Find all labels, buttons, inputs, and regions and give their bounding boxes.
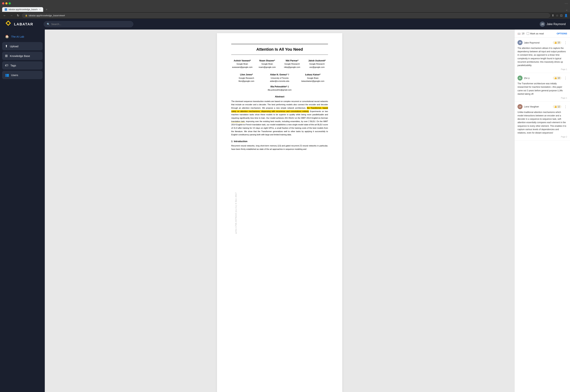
profile-icon[interactable]: 👤 <box>564 14 568 17</box>
comments-count: 📖 18 <box>517 32 525 35</box>
options-button[interactable]: OPTIONS <box>556 32 567 35</box>
sidebar-item-home[interactable]: 🏠 The AI Lab <box>2 32 43 41</box>
address-input[interactable]: 🔒 labatar.app/knowledge_base/view# <box>22 13 550 18</box>
commenter-name-3: Lana Vaughan <box>524 105 539 108</box>
avatar-lana: LV <box>517 104 523 109</box>
logo-area: LABATAR <box>4 20 40 28</box>
abstract-title: Abstract <box>231 95 328 98</box>
sidebar-item-knowledge-base[interactable]: ⊞ Knowledge Base <box>2 52 43 60</box>
sidebar-item-tags[interactable]: 🏷 Tags <box>2 61 43 70</box>
author-6: Aidan N. Gomez* † University of Toronto … <box>264 73 295 83</box>
comment-text-2: The Transformer architecture was initial… <box>517 82 567 96</box>
search-icon: 🔍 <box>47 23 50 26</box>
tab-favicon <box>5 8 7 11</box>
paper-watermark: arXiv:1706.03762v5 [cs.CL] 6 Dec 2017 <box>235 192 237 234</box>
thumb-up-icon: 👍 <box>554 41 557 44</box>
address-actions: ⬆ ☆ ⊡ 👤 <box>552 14 568 17</box>
browser-titlebar: ⋯ <box>0 0 570 7</box>
likes-count-1: 15 <box>558 41 560 44</box>
home-icon: 🏠 <box>5 35 9 39</box>
sidebar: 🏠 The AI Lab ⬆ Upload ⊞ Knowledge Base 🏷… <box>0 29 45 392</box>
logo-icon <box>4 20 12 28</box>
comment-more-3[interactable]: ⋮ <box>564 105 567 109</box>
minimize-button[interactable] <box>5 2 8 4</box>
commenter-name-2: Zhi Li <box>524 77 530 80</box>
address-bar: ← → ↻ 🔒 labatar.app/knowledge_base/view#… <box>0 12 570 19</box>
knowledge-base-icon: ⊞ <box>5 54 8 58</box>
window-controls-icon: ⋯ <box>565 1 568 5</box>
search-placeholder: Search... <box>51 23 61 26</box>
sidebar-kb-label: Knowledge Base <box>10 55 30 57</box>
comment-likes-3[interactable]: 👍 12 <box>553 105 561 108</box>
new-tab-button[interactable]: + <box>44 7 49 12</box>
mark-as-read-checkbox[interactable] <box>527 32 529 35</box>
comment-meta-2: ZL Zhi Li 👍 10 ⋮ <box>517 76 567 81</box>
abstract-text: The dominant sequence transduction model… <box>231 100 328 137</box>
tab-bar: labatar.app/knowledge_base/v ✕ + ⌄ <box>0 7 570 12</box>
tab-close-button[interactable]: ✕ <box>39 8 41 11</box>
sidebar-home-label: The AI Lab <box>11 35 24 38</box>
forward-button[interactable]: → <box>9 14 14 17</box>
comment-likes-1[interactable]: 👍 15 <box>553 41 561 44</box>
reload-button[interactable]: ↻ <box>16 14 20 17</box>
paper-title: Attention Is All You Need <box>231 47 328 52</box>
document-viewer: arXiv:1706.03762v5 [cs.CL] 6 Dec 2017 At… <box>45 29 514 392</box>
user-name: Jake Raymond <box>547 23 566 26</box>
logo-text: LABATAR <box>14 22 33 26</box>
paper: arXiv:1706.03762v5 [cs.CL] 6 Dec 2017 At… <box>217 33 342 392</box>
underlined-text: translation task <box>231 120 245 122</box>
search-bar[interactable]: 🔍 Search... <box>44 21 133 27</box>
paper-rule-top <box>231 44 328 44</box>
reader-mode-icon[interactable]: ⊡ <box>560 14 562 17</box>
avatar-zhi: ZL <box>517 76 523 81</box>
tab-title: labatar.app/knowledge_base/v <box>9 8 38 11</box>
active-tab[interactable]: labatar.app/knowledge_base/v ✕ <box>2 7 43 12</box>
comment-more-2[interactable]: ⋮ <box>564 76 567 80</box>
close-button[interactable] <box>2 2 4 4</box>
browser-chrome: ⋯ labatar.app/knowledge_base/v ✕ + ⌄ ← →… <box>0 0 570 19</box>
mark-as-read-area[interactable]: Mark as read <box>527 32 544 35</box>
maximize-button[interactable] <box>9 2 11 4</box>
likes-count-3: 12 <box>558 105 560 108</box>
comment-likes-2[interactable]: 👍 10 <box>553 76 561 80</box>
tags-icon: 🏷 <box>5 64 8 67</box>
share-icon[interactable]: ⬆ <box>552 14 554 17</box>
comment-meta-1: JR Jake Raymond 👍 15 ⋮ <box>517 40 567 45</box>
sidebar-item-users[interactable]: 👥 Users <box>2 71 43 79</box>
thumb-up-icon-3: 👍 <box>554 105 557 108</box>
comment-page-3: Page 2 <box>517 136 567 138</box>
app-layout: LABATAR 🔍 Search... JR Jake Raymond 🏠 Th… <box>0 19 570 392</box>
sidebar-users-label: Users <box>11 74 18 77</box>
lock-icon: 🔒 <box>25 14 28 17</box>
paper-rule-bottom <box>231 55 328 55</box>
comments-total: 18 <box>522 32 525 35</box>
intro-section-title: 1 Introduction <box>231 140 328 143</box>
comments-panel: 📖 18 Mark as read OPTIONS JR Jake Ray <box>514 29 570 392</box>
author-4: Jakob Uszkoreit* Google Research usz@goo… <box>306 59 328 69</box>
sidebar-item-upload[interactable]: ⬆ Upload <box>2 42 43 50</box>
bookmark-icon[interactable]: ☆ <box>556 14 558 17</box>
comment-card-1: JR Jake Raymond 👍 15 ⋮ The attention mec… <box>515 38 570 73</box>
comment-page-1: Page 1 <box>517 68 567 70</box>
intro-text: Recurrent neural networks, long short-te… <box>231 144 328 151</box>
traffic-lights <box>2 2 11 4</box>
comment-page-2: Page 1 <box>517 97 567 99</box>
commenter-name-1: Jake Raymond <box>524 41 540 44</box>
back-button[interactable]: ← <box>2 14 7 17</box>
comments-list: JR Jake Raymond 👍 15 ⋮ The attention mec… <box>515 38 570 392</box>
author-1: Ashish Vaswani* Google Brain avaswani@go… <box>231 59 253 69</box>
author-5: Llion Jones* Google Research llion@googl… <box>231 73 262 83</box>
comment-card-3: LV Lana Vaughan 👍 12 ⋮ Unlike traditiona… <box>515 102 570 140</box>
thumb-up-icon-2: 👍 <box>554 77 557 79</box>
comment-more-1[interactable]: ⋮ <box>564 41 567 44</box>
sidebar-upload-label: Upload <box>10 45 18 48</box>
user-area: JR Jake Raymond <box>540 21 566 27</box>
authors-grid-1: Ashish Vaswani* Google Brain avaswani@go… <box>231 59 328 69</box>
book-icon: 📖 <box>517 32 521 35</box>
address-text: labatar.app/knowledge_base/view# <box>29 14 65 17</box>
authors-grid-2: Llion Jones* Google Research llion@googl… <box>231 73 328 83</box>
main-area: 🏠 The AI Lab ⬆ Upload ⊞ Knowledge Base 🏷… <box>0 29 570 392</box>
author-3: Niki Parmar* Google Research nikip@googl… <box>281 59 303 69</box>
comment-meta-3: LV Lana Vaughan 👍 12 ⋮ <box>517 104 567 109</box>
tab-expand-icon[interactable]: ⌄ <box>566 8 568 11</box>
